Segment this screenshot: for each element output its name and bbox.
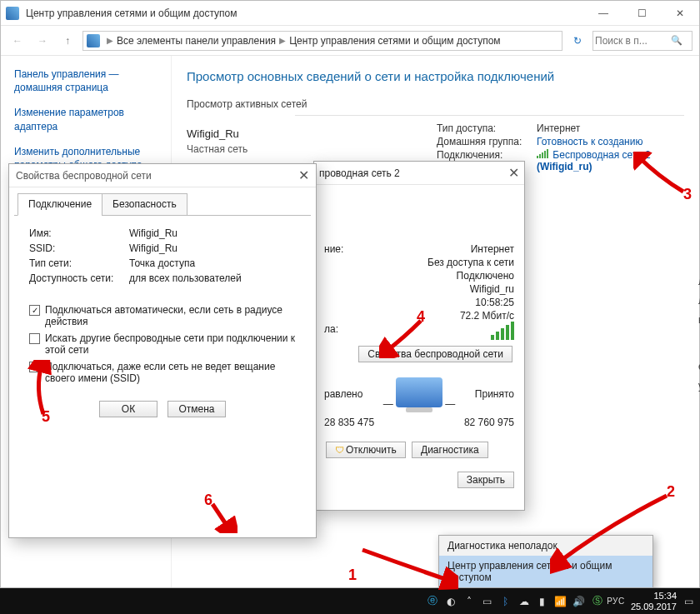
maximize-button[interactable]: ☐ bbox=[622, 1, 661, 26]
state-value: Подключено bbox=[457, 270, 514, 282]
divider bbox=[295, 115, 684, 116]
refresh-button[interactable]: ↻ bbox=[568, 35, 588, 47]
tray-context-menu: Диагностика неполадок Центр управления с… bbox=[438, 535, 653, 588]
annotation-1: 1 bbox=[348, 567, 357, 584]
wifi-icon bbox=[537, 150, 548, 158]
tray-volume-icon[interactable]: 🔊 bbox=[572, 595, 586, 608]
annotation-3: 3 bbox=[683, 186, 692, 203]
diagnose-button[interactable]: Диагностика bbox=[412, 442, 488, 458]
close-button[interactable]: ✕ bbox=[661, 1, 699, 26]
annotation-2: 2 bbox=[667, 483, 675, 501]
sent-label: равлено bbox=[324, 388, 378, 400]
nettype-value: Точка доступа bbox=[129, 257, 195, 269]
app-icon bbox=[6, 7, 19, 20]
search-input[interactable] bbox=[593, 34, 668, 47]
sidebar-home-link[interactable]: Панель управления — домашняя страница bbox=[14, 67, 162, 94]
window-title: Центр управления сетями и общим доступом bbox=[26, 7, 584, 19]
wifi-status-dialog: проводная сеть 2 ✕ ние:Интернет Без дост… bbox=[313, 161, 525, 511]
checkbox-auto-connect[interactable]: ✓Подключаться автоматически, если сеть в… bbox=[29, 304, 298, 327]
access-type-value: Интернет bbox=[537, 122, 580, 134]
chevron-right-icon: ▶ bbox=[279, 36, 286, 45]
annotation-6: 6 bbox=[204, 492, 212, 509]
ssid-value: Wifigid_Ru bbox=[129, 242, 178, 254]
tray-chrome-icon[interactable]: ◐ bbox=[444, 595, 458, 608]
ok-button[interactable]: ОК bbox=[99, 401, 158, 417]
ipv6-value: Без доступа к сети bbox=[428, 257, 514, 268]
props-dialog-title: Свойства беспроводной сети bbox=[16, 170, 152, 182]
tray-chevron-up-icon[interactable]: ˄ bbox=[462, 595, 476, 608]
search-icon: 🔍 bbox=[668, 35, 685, 46]
name-value: Wifigid_Ru bbox=[129, 227, 178, 239]
ssid-label: SSID: bbox=[29, 242, 129, 254]
back-button[interactable]: ← bbox=[8, 31, 28, 51]
wifi-properties-dialog: Свойства беспроводной сети ✕ Подключение… bbox=[8, 163, 317, 538]
tray-lang[interactable]: РУС bbox=[609, 595, 622, 608]
nettype-label: Тип сети: bbox=[29, 257, 129, 269]
chevron-right-icon: ▶ bbox=[107, 36, 113, 45]
activity-icon: — — bbox=[378, 377, 461, 410]
up-button[interactable]: ↑ bbox=[58, 31, 78, 51]
homegroup-link[interactable]: Готовность к созданию bbox=[537, 136, 642, 147]
navbar: ← → ↑ ▶ Все элементы панели управления ▶… bbox=[1, 26, 699, 56]
tray-onedrive-icon[interactable]: ☁ bbox=[518, 595, 531, 608]
ctx-troubleshoot[interactable]: Диагностика неполадок bbox=[439, 536, 652, 556]
recv-label: Принято bbox=[460, 388, 514, 400]
tray-notifications-icon[interactable]: ▭ bbox=[682, 595, 695, 608]
breadcrumb-seg-2[interactable]: Центр управления сетями и общим доступом bbox=[289, 35, 501, 47]
close-icon[interactable]: ✕ bbox=[496, 165, 519, 181]
wireless-properties-button[interactable]: Свойства беспроводной сети bbox=[358, 346, 512, 362]
close-icon[interactable]: ✕ bbox=[298, 167, 309, 183]
bytes-sent: 28 835 475 bbox=[324, 417, 419, 428]
homegroup-label: Домашняя группа: bbox=[437, 136, 537, 147]
tray-battery-icon[interactable]: ▮ bbox=[536, 595, 549, 608]
forward-button[interactable]: → bbox=[32, 31, 52, 51]
breadcrumb-icon bbox=[87, 34, 100, 47]
tray-monitor-icon[interactable]: ▭ bbox=[481, 595, 494, 608]
cancel-button[interactable]: Отмена bbox=[168, 401, 226, 417]
connection-link[interactable]: Беспроводная сеть 2 (Wifigid_ru) bbox=[537, 149, 651, 172]
status-dialog-title: проводная сеть 2 bbox=[319, 167, 400, 179]
checkbox-hidden-ssid[interactable]: ✓Подключаться, даже если сеть не ведет в… bbox=[29, 361, 298, 384]
tray-clock[interactable]: 15:34 25.09.2017 bbox=[631, 591, 677, 611]
breadcrumb[interactable]: ▶ Все элементы панели управления ▶ Центр… bbox=[82, 31, 562, 51]
annotation-4: 4 bbox=[417, 308, 425, 326]
availability-value: для всех пользователей bbox=[129, 272, 242, 284]
page-heading: Просмотр основных сведений о сети и наст… bbox=[187, 69, 684, 83]
ssid-value: Wifigid_ru bbox=[470, 283, 514, 295]
minimize-button[interactable]: — bbox=[584, 1, 622, 26]
tab-connection[interactable]: Подключение bbox=[18, 193, 102, 216]
tray-edge-icon[interactable]: ⓔ bbox=[426, 595, 439, 608]
sidebar-adapter-link[interactable]: Изменение параметров адаптера bbox=[14, 106, 162, 132]
disable-button[interactable]: 🛡Отключить bbox=[326, 442, 406, 458]
speed-value: 72.2 Мбит/с bbox=[460, 310, 514, 322]
ipv4-value: Интернет bbox=[471, 243, 514, 255]
shield-icon: 🛡 bbox=[335, 445, 344, 455]
close-button[interactable]: Закрыть bbox=[458, 472, 514, 488]
tray-bluetooth-icon[interactable]: ᛒ bbox=[499, 595, 512, 608]
tab-security[interactable]: Безопасность bbox=[102, 193, 188, 216]
active-networks-label: Просмотр активных сетей bbox=[187, 98, 684, 110]
ctx-network-center[interactable]: Центр управления сетями и общим доступом bbox=[439, 556, 652, 587]
name-label: Имя: bbox=[29, 227, 129, 239]
tray-skype-icon[interactable]: Ⓢ bbox=[591, 595, 604, 608]
availability-label: Доступность сети: bbox=[29, 272, 129, 284]
duration-value: 10:58:25 bbox=[475, 297, 514, 308]
bytes-recv: 82 760 975 bbox=[419, 417, 514, 428]
checkbox-look-other[interactable]: Искать другие беспроводные сети при подк… bbox=[29, 332, 298, 356]
annotation-5: 5 bbox=[42, 408, 50, 426]
access-type-label: Тип доступа: bbox=[437, 122, 537, 134]
breadcrumb-seg-1[interactable]: Все элементы панели управления bbox=[117, 35, 276, 47]
network-kind: Частная сеть bbox=[187, 143, 437, 155]
network-name: Wifigid_Ru bbox=[187, 127, 437, 140]
tray-wifi-icon[interactable]: 📶 bbox=[554, 595, 568, 608]
search-box[interactable]: 🔍 bbox=[592, 31, 692, 51]
titlebar: Центр управления сетями и общим доступом… bbox=[1, 1, 699, 26]
taskbar: ⓔ ◐ ˄ ▭ ᛒ ☁ ▮ 📶 🔊 Ⓢ РУС 15:34 25.09.2017… bbox=[0, 588, 700, 614]
signal-icon bbox=[491, 323, 514, 340]
